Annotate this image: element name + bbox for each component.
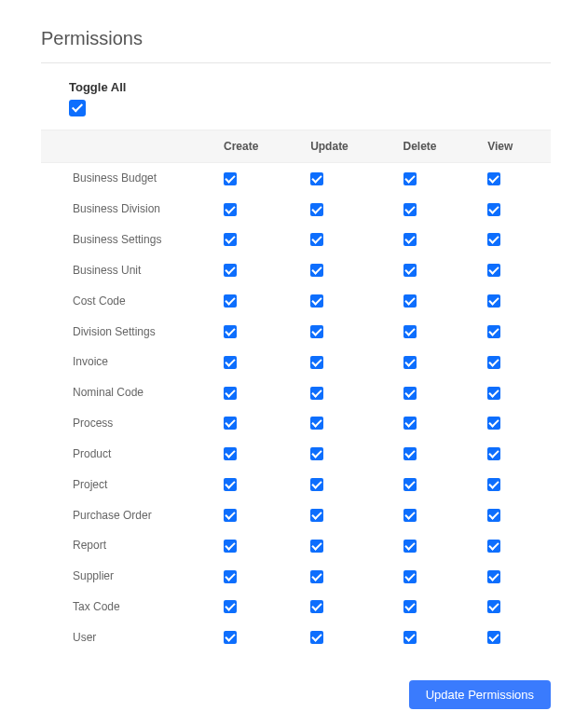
permission-name: User	[41, 622, 218, 652]
permission-checkbox[interactable]	[224, 417, 237, 430]
toggle-all-label: Toggle All	[69, 80, 551, 94]
permission-checkbox[interactable]	[224, 325, 237, 338]
permission-checkbox[interactable]	[403, 294, 417, 308]
permission-checkbox[interactable]	[487, 203, 500, 216]
permission-checkbox[interactable]	[224, 172, 237, 185]
permission-checkbox[interactable]	[487, 509, 500, 522]
permission-checkbox[interactable]	[403, 356, 417, 369]
table-row: Business Unit	[41, 254, 551, 285]
permission-name: Invoice	[41, 347, 218, 377]
permission-name: Business Unit	[41, 254, 218, 285]
permission-name: Business Budget	[41, 163, 218, 194]
permission-checkbox[interactable]	[224, 264, 237, 277]
permission-checkbox[interactable]	[310, 356, 323, 369]
permission-checkbox[interactable]	[403, 203, 417, 216]
permission-checkbox[interactable]	[310, 478, 323, 491]
toggle-all-checkbox[interactable]	[69, 100, 86, 116]
permission-checkbox[interactable]	[487, 264, 500, 277]
table-row: Product	[41, 438, 551, 469]
table-row: Invoice	[41, 347, 551, 377]
permission-checkbox[interactable]	[403, 540, 417, 553]
table-row: Supplier	[41, 561, 551, 592]
permission-checkbox[interactable]	[310, 233, 323, 246]
table-row: Project	[41, 469, 551, 499]
permission-name: Process	[41, 408, 218, 439]
permission-checkbox[interactable]	[224, 600, 237, 613]
permission-checkbox[interactable]	[224, 478, 237, 491]
permission-checkbox[interactable]	[487, 417, 500, 430]
permission-name: Cost Code	[41, 285, 218, 316]
permission-checkbox[interactable]	[310, 294, 323, 308]
table-row: Process	[41, 408, 551, 439]
permission-checkbox[interactable]	[487, 356, 500, 369]
permission-name: Report	[41, 530, 218, 561]
table-row: Business Budget	[41, 163, 551, 194]
permission-checkbox[interactable]	[403, 600, 417, 613]
permission-checkbox[interactable]	[224, 509, 237, 522]
permission-checkbox[interactable]	[224, 447, 237, 460]
permission-name: Division Settings	[41, 316, 218, 347]
permission-checkbox[interactable]	[310, 509, 323, 522]
col-header: Update	[305, 130, 397, 163]
permission-checkbox[interactable]	[403, 417, 417, 430]
table-row: Report	[41, 530, 551, 561]
table-row: User	[41, 622, 551, 652]
permission-checkbox[interactable]	[403, 447, 417, 460]
table-row: Business Division	[41, 194, 551, 225]
permission-checkbox[interactable]	[487, 294, 500, 308]
col-header: Create	[218, 130, 305, 163]
permission-checkbox[interactable]	[403, 233, 417, 246]
permission-checkbox[interactable]	[310, 631, 323, 644]
permissions-table: Create Update Delete View Business Budge…	[41, 130, 551, 652]
table-row: Purchase Order	[41, 499, 551, 530]
permission-checkbox[interactable]	[310, 203, 323, 216]
permission-checkbox[interactable]	[224, 203, 237, 216]
table-row: Cost Code	[41, 285, 551, 316]
permission-checkbox[interactable]	[403, 264, 417, 277]
permission-checkbox[interactable]	[487, 325, 500, 338]
permission-checkbox[interactable]	[310, 387, 323, 400]
permission-checkbox[interactable]	[487, 631, 500, 644]
update-permissions-button[interactable]: Update Permissions	[409, 680, 551, 709]
permission-checkbox[interactable]	[224, 540, 237, 553]
permission-checkbox[interactable]	[403, 172, 417, 185]
col-header: View	[482, 130, 551, 163]
divider	[41, 62, 551, 63]
permission-name: Product	[41, 438, 218, 469]
table-row: Nominal Code	[41, 377, 551, 408]
table-row: Tax Code	[41, 592, 551, 622]
permission-checkbox[interactable]	[403, 325, 417, 338]
permission-checkbox[interactable]	[487, 478, 500, 491]
permission-name: Supplier	[41, 561, 218, 592]
permission-checkbox[interactable]	[487, 387, 500, 400]
permission-checkbox[interactable]	[403, 509, 417, 522]
permission-checkbox[interactable]	[487, 172, 500, 185]
permission-name: Business Division	[41, 194, 218, 225]
permission-checkbox[interactable]	[487, 570, 500, 583]
permission-checkbox[interactable]	[310, 172, 323, 185]
permission-checkbox[interactable]	[224, 233, 237, 246]
permission-checkbox[interactable]	[224, 294, 237, 308]
permission-checkbox[interactable]	[310, 570, 323, 583]
permission-checkbox[interactable]	[310, 600, 323, 613]
permission-checkbox[interactable]	[487, 447, 500, 460]
permission-checkbox[interactable]	[403, 387, 417, 400]
col-header: Delete	[398, 130, 483, 163]
table-row: Business Settings	[41, 225, 551, 255]
permission-checkbox[interactable]	[310, 447, 323, 460]
permission-checkbox[interactable]	[403, 570, 417, 583]
permission-checkbox[interactable]	[403, 478, 417, 491]
permission-checkbox[interactable]	[224, 387, 237, 400]
table-row: Division Settings	[41, 316, 551, 347]
permission-checkbox[interactable]	[224, 570, 237, 583]
permission-checkbox[interactable]	[310, 540, 323, 553]
permission-checkbox[interactable]	[487, 233, 500, 246]
permission-checkbox[interactable]	[310, 325, 323, 338]
permission-checkbox[interactable]	[487, 540, 500, 553]
permission-checkbox[interactable]	[487, 600, 500, 613]
permission-checkbox[interactable]	[310, 264, 323, 277]
permission-checkbox[interactable]	[224, 356, 237, 369]
permission-checkbox[interactable]	[224, 631, 237, 644]
permission-checkbox[interactable]	[403, 631, 417, 644]
permission-checkbox[interactable]	[310, 417, 323, 430]
